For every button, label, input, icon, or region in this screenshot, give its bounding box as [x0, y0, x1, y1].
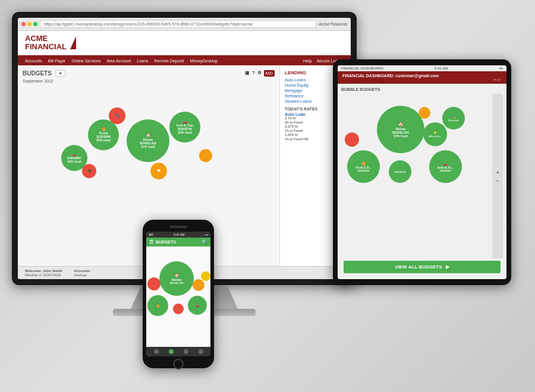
phone-screen: MD 5:41 AM ▪▪▪ ☰ BUDGETS 🔍 🏠 Home $8: [146, 232, 210, 356]
tablet-bubble-area: 🏠 Home $820/$1,424 57% Used 🍔 Food & D..…: [341, 94, 503, 258]
settings-icon[interactable]: ⚙: [257, 70, 262, 77]
minimize-dot[interactable]: [27, 22, 32, 26]
site-nav: Accounts Bill Payer Online Services New …: [18, 56, 351, 65]
nav-bill-payer[interactable]: Bill Payer: [48, 59, 66, 63]
phone-bubble-area: 🏠 Home $820/$1,424 🍔 🚗: [146, 246, 210, 347]
phone-bubble-home[interactable]: 🏠 Home $820/$1,424: [159, 261, 194, 296]
bubble-orange1[interactable]: ❤: [150, 163, 167, 179]
nav-money-desktop[interactable]: MoneyDesktop: [190, 59, 218, 63]
phone-home-button[interactable]: [173, 359, 184, 369]
phone-status-bar: MD 5:41 AM ▪▪▪: [146, 232, 210, 238]
nav-remote-deposit[interactable]: Remote Deposit: [154, 59, 184, 63]
phone-bubble-red1[interactable]: [147, 277, 160, 290]
browser-title: Acme Financial: [319, 22, 347, 26]
bubble-orange2[interactable]: [199, 149, 212, 162]
phone-header-label: BUDGETS: [156, 240, 176, 244]
tablet-bubble-home[interactable]: 🏠 Home $820/$1,424 57% Used: [377, 106, 424, 153]
site-header: ACME FINANCIAL: [18, 31, 351, 56]
user-badge: MD: [264, 70, 275, 77]
phone-bubble-green1[interactable]: 🍔: [147, 295, 168, 316]
tablet-bubble-small1[interactable]: $163/$736: [389, 160, 411, 183]
tablet-status-left: FINANCIAL DASHBOARD: [341, 67, 383, 70]
budget-dropdown[interactable]: ▼: [55, 70, 65, 77]
tablet-ctrl-btn1[interactable]: +: [496, 170, 499, 175]
tablet-dashboard-title: FINANCIAL DASHBOARD: customer@gmail.com: [342, 74, 439, 78]
tablet-bubble-orange[interactable]: [418, 107, 430, 119]
footer-welcome: Welcome: John Smith Member #: 023473425: [25, 269, 62, 277]
tablet-status-bar: FINANCIAL DASHBOARD 5:41 AM ▪▪▪: [338, 65, 506, 71]
nav-help[interactable]: Help: [303, 59, 311, 63]
budget-title: BUDGETS: [23, 70, 52, 77]
nav-online-services[interactable]: Online Services: [71, 59, 100, 63]
close-dot[interactable]: [21, 22, 26, 26]
phone-bubble-yellow[interactable]: [201, 271, 210, 281]
phone-time: 5:41 AM: [174, 233, 184, 236]
bubble-auto[interactable]: 🚗 Auto & Tran $163/$736 22% Used: [169, 112, 200, 143]
nav-new-account[interactable]: New Account: [106, 59, 131, 63]
phone-nav-home[interactable]: [154, 349, 159, 354]
phone-signal-icon: ▪▪▪: [205, 233, 208, 236]
tablet-body: BUBBLE BUDGETS 🏠 Home $820/$1,424 57% Us…: [338, 84, 506, 279]
logo-text: ACME FINANCIAL: [25, 34, 67, 52]
logo-line2: FINANCIAL: [25, 43, 67, 51]
phone-bottom-nav: [146, 347, 210, 356]
tablet-bubble-food[interactable]: 🍔 Food & D... $220/$399: [347, 150, 380, 183]
help-icon[interactable]: ?: [252, 70, 254, 77]
browser-url[interactable]: https://ap.fipple1.moneydesktop.com/desi…: [40, 20, 316, 28]
browser-chrome: https://ap.fipple1.moneydesktop.com/desi…: [18, 18, 351, 31]
tablet-ctrl-btn2[interactable]: –: [496, 178, 499, 183]
phone-menu-icon[interactable]: ☰: [149, 239, 153, 245]
bubble-chart: 🏠 Home $820/$1,424 57% Used 🍔 Food $220: [23, 87, 275, 194]
tablet-status-icons: ▪▪▪: [499, 67, 503, 70]
nav-loans[interactable]: Loans: [137, 59, 148, 63]
logo-line1: ACME: [25, 34, 67, 43]
phone-speaker: [169, 226, 187, 228]
maximize-dot[interactable]: [33, 22, 37, 26]
tablet-bubble-red[interactable]: [345, 132, 359, 147]
phone-nav-budgets[interactable]: [169, 349, 174, 354]
tablet-screen: FINANCIAL DASHBOARD 5:41 AM ▪▪▪ FINANCIA…: [338, 65, 506, 279]
phone-nav-more[interactable]: [199, 349, 203, 354]
site-logo: ACME FINANCIAL: [25, 34, 76, 52]
phone-search-icon[interactable]: 🔍: [202, 239, 207, 245]
bubble-red1[interactable]: 🐾: [109, 108, 125, 124]
phone-outer: MD 5:41 AM ▪▪▪ ☰ BUDGETS 🔍 🏠 Home $8: [143, 220, 214, 368]
tablet-bubble-entertain[interactable]: 🎭 Entertain: [442, 107, 465, 129]
tablet: FINANCIAL DASHBOARD 5:41 AM ▪▪▪ FINANCIA…: [333, 59, 511, 297]
logo-triangle-icon: [70, 36, 76, 49]
tablet-bubble-bills[interactable]: 💡 Bills & Uti...: [423, 122, 447, 146]
tablet-header: FINANCIAL DASHBOARD: customer@gmail.com …: [338, 71, 506, 84]
phone-nav-accounts[interactable]: [184, 349, 188, 354]
phone-bubble-green2[interactable]: 🚗: [188, 296, 207, 315]
tablet-section-title: BUBBLE BUDGETS: [341, 87, 503, 91]
tablet-status-time: 5:41 AM: [435, 67, 448, 70]
budget-date: September 2012: [23, 79, 275, 83]
tablet-outer: FINANCIAL DASHBOARD 5:41 AM ▪▪▪ FINANCIA…: [333, 59, 511, 285]
phone-bubble-orange1[interactable]: [193, 279, 204, 291]
browser-dots: [21, 22, 37, 26]
bubble-home[interactable]: 🏠 Home $820/$1,424 57% Used: [127, 119, 169, 162]
tablet-bubble-auto[interactable]: 🚗 Auto & Tri... $460/$987: [429, 150, 462, 183]
nav-accounts[interactable]: Accounts: [25, 59, 42, 63]
tablet-sidebar-controls: + –: [492, 94, 503, 258]
view-grid-icon[interactable]: ▦: [245, 70, 250, 77]
phone-header: ☰ BUDGETS 🔍: [146, 238, 210, 246]
phone-bubble-red2[interactable]: [173, 304, 184, 314]
view-all-budgets-arrow: ▶: [446, 264, 449, 270]
phone: MD 5:41 AM ▪▪▪ ☰ BUDGETS 🔍 🏠 Home $8: [143, 220, 214, 368]
footer-member: Member #: 023473425: [25, 273, 62, 277]
footer-accounts: Accounts Savings: [74, 269, 90, 277]
view-all-budgets-label: VIEW ALL BUDGETS: [395, 264, 442, 270]
phone-carrier: MD: [149, 233, 153, 236]
view-all-budgets-button[interactable]: VIEW ALL BUDGETS ▶: [344, 261, 501, 273]
footer-accounts-val: Savings: [74, 273, 90, 277]
scene: https://ap.fipple1.moneydesktop.com/desi…: [12, 12, 523, 380]
bubble-red2[interactable]: 🎓: [82, 164, 96, 178]
budget-header: BUDGETS ▼ ▦ ? ⚙ MD: [23, 70, 275, 77]
